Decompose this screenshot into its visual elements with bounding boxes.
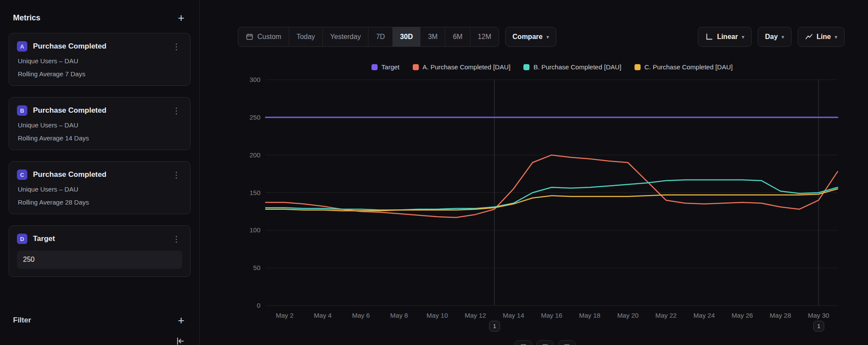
metrics-header: Metrics + [13, 11, 187, 24]
svg-text:May 6: May 6 [352, 312, 370, 319]
filter-title: Filter [13, 316, 31, 325]
svg-text:100: 100 [250, 226, 260, 234]
add-filter-button[interactable]: + [175, 314, 187, 327]
svg-text:May 2: May 2 [276, 312, 294, 319]
range-6m-button[interactable]: 6M [445, 27, 470, 46]
bottom-action-button-2[interactable] [536, 340, 554, 345]
axis-scale-icon [705, 33, 713, 41]
granularity-select-button[interactable]: Day ▾ [758, 27, 792, 47]
metric-badge: C [17, 169, 27, 180]
chevron-down-icon: ▾ [782, 34, 784, 40]
chart-display-controls: Linear ▾ Day ▾ Line ▾ [698, 27, 845, 47]
svg-text:May 24: May 24 [694, 312, 715, 319]
svg-text:200: 200 [250, 151, 260, 159]
kebab-icon: ⋮ [172, 170, 181, 179]
svg-text:May 10: May 10 [427, 312, 448, 319]
chart-panel: Custom Today Yesterday 7D 30D 3M 6M 12M … [200, 0, 868, 345]
svg-text:50: 50 [253, 264, 260, 271]
svg-text:May 22: May 22 [655, 312, 677, 319]
range-label: Yesterday [330, 33, 361, 41]
plus-icon: + [178, 314, 184, 327]
metric-badge: A [17, 41, 27, 52]
metric-card-c[interactable]: C Purchase Completed ⋮ Unique Users – DA… [9, 161, 191, 214]
compare-button[interactable]: Compare ▾ [505, 27, 556, 47]
range-30d-button[interactable]: 30D [392, 27, 420, 46]
granularity-label: Day [765, 33, 778, 41]
app-root: Metrics + A Purchase Completed ⋮ Unique … [0, 0, 868, 345]
range-label: 7D [376, 33, 385, 41]
metric-title: Purchase Completed [33, 42, 171, 51]
filter-header: Filter + [13, 314, 187, 327]
svg-text:May 30: May 30 [808, 312, 829, 319]
scale-select-button[interactable]: Linear ▾ [698, 27, 752, 47]
line-chart-icon [805, 33, 813, 41]
metric-card-header: C Purchase Completed ⋮ [17, 169, 182, 180]
metric-card-a[interactable]: A Purchase Completed ⋮ Unique Users – DA… [9, 33, 191, 86]
metric-title: Purchase Completed [33, 106, 171, 115]
range-label: 12M [478, 33, 491, 41]
metric-menu-button[interactable]: ⋮ [171, 106, 182, 116]
metric-badge: B [17, 105, 27, 116]
date-range-segmented-control: Custom Today Yesterday 7D 30D 3M 6M 12M [238, 27, 499, 47]
range-12m-button[interactable]: 12M [470, 27, 499, 46]
chevron-down-icon: ▾ [546, 34, 549, 40]
range-3m-button[interactable]: 3M [420, 27, 445, 46]
date-range-controls: Custom Today Yesterday 7D 30D 3M 6M 12M … [238, 27, 556, 47]
chart-canvas[interactable]: 050100150200250300May 2May 4May 6May 8Ma… [234, 61, 855, 338]
metric-rolling: Rolling Average 28 Days [18, 199, 182, 206]
svg-text:May 4: May 4 [314, 312, 332, 319]
add-metric-button[interactable]: + [175, 11, 187, 24]
svg-text:150: 150 [250, 189, 260, 196]
range-label: Today [296, 33, 315, 41]
chevron-down-icon: ▾ [835, 34, 837, 40]
range-label: 6M [453, 33, 462, 41]
svg-text:May 8: May 8 [390, 312, 408, 319]
range-custom-button[interactable]: Custom [238, 27, 289, 46]
svg-text:May 16: May 16 [541, 312, 562, 319]
svg-text:May 28: May 28 [770, 312, 791, 319]
annotation-badge[interactable]: 1 [813, 321, 824, 332]
svg-text:0: 0 [257, 302, 260, 309]
svg-text:May 18: May 18 [579, 312, 600, 319]
metric-badge: D [17, 234, 27, 244]
svg-text:May 20: May 20 [617, 312, 638, 319]
metric-card-header: A Purchase Completed ⋮ [17, 41, 182, 52]
metric-title: Target [33, 234, 171, 243]
annotation-badge[interactable]: 1 [489, 321, 500, 332]
metric-menu-button[interactable]: ⋮ [171, 170, 182, 180]
svg-text:May 12: May 12 [465, 312, 486, 319]
chart-toolbar: Custom Today Yesterday 7D 30D 3M 6M 12M … [238, 27, 845, 47]
collapse-sidebar-button[interactable] [175, 336, 184, 345]
kebab-icon: ⋮ [172, 42, 181, 51]
range-today-button[interactable]: Today [289, 27, 322, 46]
bottom-action-bar [515, 340, 575, 345]
metric-menu-button[interactable]: ⋮ [171, 234, 182, 244]
metrics-title: Metrics [13, 13, 40, 23]
line-chart[interactable]: 050100150200250300May 2May 4May 6May 8Ma… [234, 61, 855, 338]
range-label: Custom [257, 33, 281, 41]
metric-rolling: Rolling Average 14 Days [18, 134, 182, 142]
target-card[interactable]: D Target ⋮ [9, 225, 191, 277]
target-value-input[interactable] [17, 251, 182, 269]
metric-card-b[interactable]: B Purchase Completed ⋮ Unique Users – DA… [9, 97, 191, 150]
plus-icon: + [178, 11, 184, 24]
chart-type-label: Line [817, 33, 831, 41]
chevron-down-icon: ▾ [742, 34, 744, 40]
range-yesterday-button[interactable]: Yesterday [322, 27, 368, 46]
metric-menu-button[interactable]: ⋮ [171, 42, 182, 52]
svg-text:May 14: May 14 [503, 312, 524, 319]
svg-text:May 26: May 26 [732, 312, 753, 319]
kebab-icon: ⋮ [172, 106, 181, 115]
range-label: 30D [400, 33, 413, 41]
metric-measure: Unique Users – DAU [18, 121, 182, 129]
metric-card-header: D Target ⋮ [17, 234, 182, 244]
chart-type-select-button[interactable]: Line ▾ [798, 27, 845, 47]
scale-label: Linear [717, 33, 738, 41]
range-7d-button[interactable]: 7D [368, 27, 392, 46]
bottom-action-button-1[interactable] [515, 340, 532, 345]
metric-measure: Unique Users – DAU [18, 57, 182, 65]
metric-card-header: B Purchase Completed ⋮ [17, 105, 182, 116]
svg-text:300: 300 [250, 76, 260, 83]
svg-text:250: 250 [250, 114, 260, 121]
bottom-action-button-3[interactable] [558, 340, 575, 345]
